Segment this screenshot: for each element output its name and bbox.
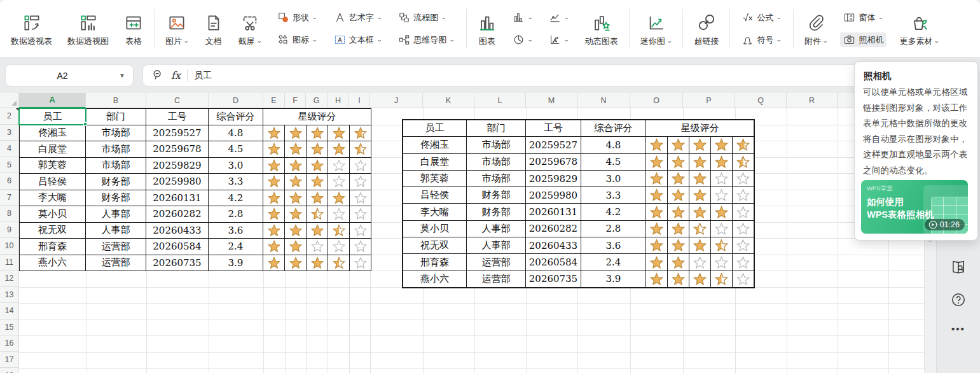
ribbon-button-pivot-table[interactable]: 数据透视表 <box>8 9 55 49</box>
column-header-O[interactable]: O <box>630 93 683 108</box>
star-rating-cell[interactable] <box>711 254 733 271</box>
chevron-down-icon[interactable]: ⌄ <box>449 37 455 43</box>
column-header-C[interactable]: C <box>146 93 209 108</box>
star-rating-cell[interactable] <box>733 254 754 271</box>
table-header-cell[interactable]: 部门 <box>86 109 146 125</box>
department-cell[interactable]: 财务部 <box>86 190 146 206</box>
ribbon-button-scatter-chart[interactable]: ⌄ <box>546 32 572 47</box>
score-cell[interactable]: 3.0 <box>209 157 263 174</box>
department-cell[interactable]: 人事部 <box>86 206 146 223</box>
column-header-G[interactable]: G <box>306 93 328 108</box>
star-rating-cell[interactable] <box>263 190 285 206</box>
star-rating-cell[interactable] <box>307 125 328 141</box>
column-header-I[interactable]: I <box>349 93 370 108</box>
star-rating-cell[interactable] <box>328 239 350 255</box>
star-rating-cell[interactable] <box>689 137 711 153</box>
chevron-down-icon[interactable]: ⌄ <box>256 38 262 44</box>
score-cell[interactable]: 3.9 <box>581 271 646 287</box>
star-rating-cell[interactable] <box>285 125 307 141</box>
star-rating-cell[interactable] <box>350 255 371 271</box>
employee-name-cell[interactable]: 莫小贝 <box>403 220 467 237</box>
employee-name-cell[interactable]: 吕轻侯 <box>20 174 86 190</box>
ribbon-button-camera[interactable]: 照相机 <box>840 32 887 47</box>
employee-id-cell[interactable]: 20260584 <box>526 254 581 271</box>
department-cell[interactable]: 市场部 <box>86 141 146 158</box>
select-all-corner[interactable] <box>0 93 19 108</box>
score-cell[interactable]: 3.0 <box>581 170 646 186</box>
ribbon-button-symbol[interactable]: 符号⌄ <box>738 32 785 47</box>
column-header-Q[interactable]: Q <box>735 93 787 108</box>
star-rating-cell[interactable] <box>285 174 307 190</box>
star-rating-cell[interactable] <box>668 220 689 237</box>
chevron-down-icon[interactable]: ⌄ <box>527 37 533 43</box>
star-rating-cell[interactable] <box>733 271 754 287</box>
department-cell[interactable]: 运营部 <box>467 271 526 287</box>
star-rating-cell[interactable] <box>668 170 689 186</box>
chevron-down-icon[interactable]: ⌄ <box>878 15 884 20</box>
magnifier-icon[interactable] <box>152 69 163 83</box>
star-rating-cell[interactable] <box>307 174 328 190</box>
column-header-K[interactable]: K <box>423 93 474 108</box>
ribbon-button-formula[interactable]: 公式⌄ <box>738 10 785 25</box>
star-rating-cell[interactable] <box>328 190 350 206</box>
star-rating-cell[interactable] <box>733 204 754 220</box>
star-rating-cell[interactable] <box>711 271 733 287</box>
row-header-7[interactable]: 7 <box>0 190 19 206</box>
employee-table[interactable]: 员工部门工号综合评分星级评分佟湘玉市场部202595274.8 白展堂市场部20… <box>19 108 371 271</box>
column-header-N[interactable]: N <box>577 93 630 108</box>
star-rating-cell[interactable] <box>285 190 307 206</box>
ribbon-button-picture[interactable]: 图片⌄ <box>163 9 191 49</box>
star-rating-cell[interactable] <box>689 237 711 254</box>
star-rating-cell[interactable] <box>263 174 285 190</box>
chevron-down-icon[interactable]: ⌄ <box>441 15 446 20</box>
star-rating-cell[interactable] <box>689 254 711 271</box>
department-cell[interactable]: 人事部 <box>467 237 526 254</box>
department-cell[interactable]: 人事部 <box>467 220 526 237</box>
star-rating-cell[interactable] <box>263 206 285 223</box>
department-cell[interactable]: 财务部 <box>467 187 526 204</box>
star-rating-cell[interactable] <box>285 222 307 239</box>
department-cell[interactable]: 财务部 <box>467 204 526 220</box>
ribbon-button-wordart[interactable]: 艺术字⌄ <box>331 10 385 25</box>
star-rating-cell[interactable] <box>733 220 754 237</box>
employee-id-cell[interactable]: 20260282 <box>526 220 581 237</box>
department-cell[interactable]: 人事部 <box>86 222 146 239</box>
star-rating-cell[interactable] <box>350 174 371 190</box>
star-rating-cell[interactable] <box>711 137 733 153</box>
star-rating-cell[interactable] <box>689 204 711 220</box>
chevron-down-icon[interactable]: ⌄ <box>666 38 672 44</box>
star-rating-cell[interactable] <box>263 141 285 158</box>
employee-id-cell[interactable]: 20259829 <box>146 157 209 174</box>
star-rating-cell[interactable] <box>350 157 371 174</box>
row-header-6[interactable]: 6 <box>0 173 19 190</box>
score-cell[interactable]: 4.2 <box>581 204 646 220</box>
chevron-down-icon[interactable]: ⌄ <box>776 15 782 20</box>
row-header-8[interactable]: 8 <box>0 206 19 222</box>
score-cell[interactable]: 2.4 <box>209 239 263 255</box>
employee-name-cell[interactable]: 燕小六 <box>403 271 467 287</box>
row-header-3[interactable]: 3 <box>0 125 19 141</box>
star-rating-cell[interactable] <box>350 206 371 223</box>
star-rating-cell[interactable] <box>263 239 285 255</box>
star-rating-cell[interactable] <box>668 237 689 254</box>
star-rating-cell[interactable] <box>328 174 350 190</box>
row-header-18[interactable]: 18 <box>0 368 19 373</box>
column-header-A[interactable]: A <box>19 93 86 108</box>
ribbon-button-table[interactable]: 表格 <box>121 9 146 49</box>
star-rating-cell[interactable] <box>689 153 711 170</box>
row-header-9[interactable]: 9 <box>0 222 19 239</box>
star-rating-cell[interactable] <box>733 137 754 153</box>
star-rating-cell[interactable] <box>646 204 668 220</box>
employee-id-cell[interactable]: 20259527 <box>146 125 209 141</box>
chevron-down-icon[interactable]: ⌄ <box>776 37 782 43</box>
star-rating-cell[interactable] <box>307 141 328 158</box>
ribbon-button-sparkline[interactable]: 迷你图⌄ <box>638 9 675 49</box>
row-header-15[interactable]: 15 <box>0 320 19 336</box>
score-cell[interactable]: 2.4 <box>581 254 646 271</box>
score-cell[interactable]: 2.8 <box>209 206 263 223</box>
star-rating-cell[interactable] <box>328 157 350 174</box>
column-header-R[interactable]: R <box>787 93 838 108</box>
score-cell[interactable]: 4.2 <box>209 190 263 206</box>
ribbon-button-pivot-chart[interactable]: 数据透视图 <box>65 9 111 49</box>
score-cell[interactable]: 3.9 <box>209 255 263 271</box>
